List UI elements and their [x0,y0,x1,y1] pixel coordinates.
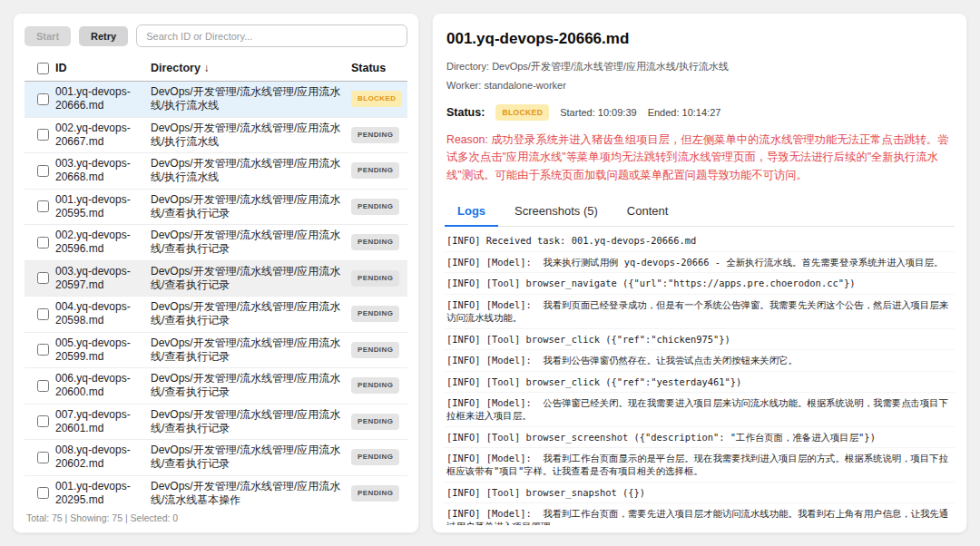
row-checkbox[interactable] [37,487,49,499]
status-badge: PENDING [351,449,399,465]
tab-screenshots-5[interactable]: Screenshots (5) [502,198,611,226]
ended-time: Ended: 10:14:27 [648,107,721,118]
row-checkbox[interactable] [37,272,49,284]
log-line: [INFO] [Model]: 公告弹窗已经关闭。现在我需要进入项目层来访问流水… [445,393,955,427]
ended-value: 10:14:27 [682,107,721,118]
row-checkbox[interactable] [37,452,49,463]
task-id: 004.yq-devops-20598.md [55,300,151,327]
log-line: [INFO] Received task: 001.yq-devops-2066… [445,230,955,252]
table-row[interactable]: 002.yq-devops-20596.mdDevOps/开发管理/流水线管理/… [24,225,407,261]
table-header: ID Directory ↓ Status [24,57,407,82]
status-badge: PENDING [351,127,399,143]
worker-value: standalone-worker [484,80,566,91]
table-footer-summary: Total: 75 | Showing: 75 | Selected: 0 [24,506,407,525]
row-checkbox[interactable] [37,200,49,212]
task-list: 001.yq-devops-20666.mdDevOps/开发管理/流水线管理/… [24,82,407,506]
task-id: 002.yq-devops-20667.md [55,122,151,149]
task-id: 005.yq-devops-20599.md [55,336,151,364]
table-row[interactable]: 003.yq-devops-20668.mdDevOps/开发管理/流水线管理/… [24,153,407,190]
task-id: 002.yq-devops-20596.md [55,229,151,256]
table-row[interactable]: 001.yq-devops-20666.mdDevOps/开发管理/流水线管理/… [24,82,407,118]
status-label: Status: [446,106,485,119]
started-label: Started: [560,107,595,118]
log-line: [INFO] [Tool] browser_click ({"ref":"yes… [445,372,955,394]
table-row[interactable]: 004.yq-devops-20598.mdDevOps/开发管理/流水线管理/… [24,297,407,333]
task-directory: DevOps/开发管理/流水线管理/应用流水线/查看执行记录 [151,336,351,364]
status-badge: BLOCKED [495,104,549,121]
column-header-status: Status [351,62,407,74]
task-id: 001.yq-devops-20666.md [55,85,151,112]
retry-button[interactable]: Retry [79,26,128,46]
task-id: 003.yq-devops-20668.md [55,157,151,184]
task-directory: DevOps/开发管理/流水线管理/应用流水线/执行流水线 [151,85,351,112]
log-line: [INFO] [Model]: 我看到工作台页面，需要先进入项目层才能访问流水线… [445,503,955,525]
task-directory: DevOps/开发管理/流水线管理/应用流水线/查看执行记录 [151,372,351,399]
worker-label: Worker: [446,80,481,91]
search-input[interactable] [136,24,407,47]
row-checkbox[interactable] [37,165,49,177]
table-row[interactable]: 007.yq-devops-20601.mdDevOps/开发管理/流水线管理/… [24,405,407,441]
log-line: [INFO] [Tool] browser_navigate ({"url":"… [445,273,955,295]
column-header-directory-label: Directory [151,62,201,74]
started-time: Started: 10:09:39 [560,107,636,118]
column-header-directory[interactable]: Directory ↓ [151,62,351,74]
select-all-checkbox[interactable] [37,63,49,74]
table-row[interactable]: 001.yq-devops-20595.mdDevOps/开发管理/流水线管理/… [24,190,407,226]
blocked-reason-text: Reason: 成功登录系统并进入猪齿鱼组项目层，但左侧菜单中的流水线管理功能无… [446,132,953,184]
row-checkbox[interactable] [37,415,49,427]
sort-desc-icon: ↓ [203,62,209,74]
ended-label: Ended: [648,107,680,118]
status-badge: PENDING [351,162,399,179]
log-line: [INFO] [Model]: 我来执行测试用例 yq-devops-20666… [445,252,955,274]
status-badge: PENDING [351,234,399,250]
task-id: 001.yq-devops-20595.md [55,193,151,220]
log-line: [INFO] [Model]: 我看到工作台页面显示的是平台层。现在我需要找到进… [445,448,955,483]
task-id: 006.yq-devops-20600.md [55,372,151,399]
row-checkbox[interactable] [37,380,49,392]
table-row[interactable]: 006.yq-devops-20600.mdDevOps/开发管理/流水线管理/… [24,368,407,405]
detail-worker-line: Worker: standalone-worker [446,78,953,93]
table-row[interactable]: 005.yq-devops-20599.mdDevOps/开发管理/流水线管理/… [24,333,407,369]
task-detail-panel: 001.yq-devops-20666.md Directory: DevOps… [432,13,967,533]
status-badge: PENDING [351,342,399,358]
tab-logs[interactable]: Logs [445,198,498,227]
status-badge: BLOCKED [351,91,402,107]
row-checkbox[interactable] [37,344,49,356]
started-value: 10:09:39 [598,107,637,118]
page-title: 001.yq-devops-20666.md [446,30,953,48]
table-row[interactable]: 003.yq-devops-20597.mdDevOps/开发管理/流水线管理/… [24,261,407,297]
start-button[interactable]: Start [24,26,71,46]
log-list: [INFO] Received task: 001.yq-devops-2066… [445,230,955,525]
row-checkbox[interactable] [37,308,49,320]
row-checkbox[interactable] [37,93,49,105]
log-line: [INFO] [Model]: 我看到公告弹窗仍然存在。让我尝试点击关闭按钮来关… [445,350,955,372]
table-row[interactable]: 001.yq-devops-20295.mdDevOps/开发管理/流水线管理/… [24,476,407,507]
log-line: [INFO] [Tool] browser_snapshot ({}) [445,483,955,504]
table-row[interactable]: 008.yq-devops-20602.mdDevOps/开发管理/流水线管理/… [24,440,407,476]
column-header-id[interactable]: ID [55,62,151,74]
directory-label: Directory: [446,61,489,72]
status-badge: PENDING [351,485,399,502]
row-checkbox[interactable] [37,237,49,249]
log-line: [INFO] [Tool] browser_click ({"ref":"chi… [445,329,955,351]
task-directory: DevOps/开发管理/流水线管理/应用流水线/流水线基本操作 [151,480,351,506]
status-badge: PENDING [351,414,399,430]
task-directory: DevOps/开发管理/流水线管理/应用流水线/执行流水线 [151,122,351,149]
status-badge: PENDING [351,306,399,322]
task-id: 007.yq-devops-20601.md [55,408,151,435]
table-row[interactable]: 002.yq-devops-20667.mdDevOps/开发管理/流水线管理/… [24,118,407,154]
task-list-panel: Start Retry ID Directory ↓ Status 001.yq… [13,13,419,533]
task-directory: DevOps/开发管理/流水线管理/应用流水线/查看执行记录 [151,300,351,327]
task-directory: DevOps/开发管理/流水线管理/应用流水线/查看执行记录 [151,229,351,256]
log-line: [INFO] [Tool] browser_screenshot ({"desc… [445,427,955,449]
detail-directory-line: Directory: DevOps/开发管理/流水线管理/应用流水线/执行流水线 [446,59,953,74]
toolbar: Start Retry [24,24,407,47]
task-directory: DevOps/开发管理/流水线管理/应用流水线/查看执行记录 [151,193,351,220]
row-checkbox[interactable] [37,129,49,141]
task-id: 008.yq-devops-20602.md [55,444,151,471]
status-badge: PENDING [351,377,399,394]
directory-value: DevOps/开发管理/流水线管理/应用流水线/执行流水线 [492,61,729,72]
tab-content[interactable]: Content [614,198,681,226]
log-line: [INFO] [Model]: 我看到页面已经登录成功，但是有一个系统公告弹窗。… [445,295,955,329]
status-badge: PENDING [351,270,399,287]
